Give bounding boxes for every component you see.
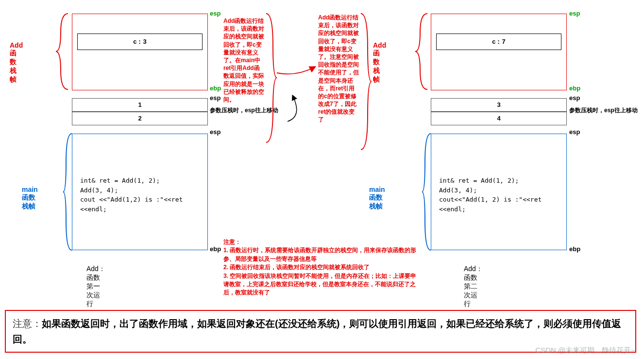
- right-ebp-label-add: ebp: [569, 85, 580, 92]
- left-esp-main: esp: [210, 128, 220, 136]
- left-ebp-main: ebp: [210, 245, 221, 253]
- note-2: 2. 函数运行结束后，该函数对应的栈空间就被系统回收了: [223, 263, 418, 272]
- left-add-frame-box: c：3: [72, 14, 208, 90]
- left-param-1: 1: [72, 98, 208, 112]
- note-3: 3. 空间被回收指该块栈空间暂时不能使用，但是内存还在；比如：上课要申请教室，上…: [223, 272, 418, 297]
- right-code-3: cout<<"Add(1, 2) is :"<<ret <<endl;: [439, 195, 559, 214]
- left-esp-label-top: esp: [210, 10, 220, 17]
- right-ebp-main: ebp: [569, 245, 580, 253]
- right-code-block: int& ret = Add(1, 2); Add(3, 4); cout<<"…: [434, 173, 563, 217]
- left-code-2: Add(3, 4);: [80, 186, 200, 195]
- right-code-1: int& ret = Add(1, 2);: [439, 176, 559, 186]
- left-main-frame-label: main函数栈帧: [22, 186, 38, 211]
- right-param-2: 4: [431, 112, 567, 125]
- final-prefix: 注意：: [13, 318, 42, 329]
- right-main-frame-label: main函数栈帧: [369, 186, 385, 211]
- brace-icon: [56, 14, 70, 89]
- watermark: CSDN @未来可期，静待花开~: [535, 346, 635, 355]
- right-esp-main: esp: [569, 128, 580, 136]
- left-code-block: int& ret = Add(1, 2); Add(3, 4); cout <<…: [75, 173, 204, 217]
- right-main-frame-box: int& ret = Add(1, 2); Add(3, 4); cout<<"…: [431, 134, 567, 250]
- left-param-2: 2: [72, 112, 208, 125]
- right-add-cell-c: c：7: [436, 34, 561, 50]
- right-push-note: 参数压栈时，esp往上移动: [569, 106, 638, 115]
- left-main-frame-box: int& ret = Add(1, 2); Add(3, 4); cout <<…: [72, 134, 208, 250]
- left-esp-params: esp: [210, 94, 220, 102]
- notes-block: 注意： 1. 函数运行时，系统需要给该函数开辟独立的栈空间，用来保存该函数的形参…: [223, 238, 418, 297]
- brace-icon: [63, 134, 73, 250]
- arrow-up-icon: [288, 95, 307, 124]
- left-code-1: int& ret = Add(1, 2);: [80, 176, 200, 186]
- right-esp-params: esp: [569, 94, 580, 102]
- left-add-cell-c: c：3: [77, 34, 203, 50]
- right-code-2: Add(3, 4);: [439, 186, 559, 195]
- center-explain-2: Add函数运行结束后，该函数对应的栈空间就被回收了，即c变量就没有意义了。注意空…: [318, 14, 360, 124]
- brace-icon: [266, 14, 277, 142]
- note-1: 1. 函数运行时，系统需要给该函数开辟独立的栈空间，用来保存该函数的形参、局部变…: [223, 246, 418, 263]
- center-explain-1: Add函数运行结束后，该函数对应的栈空间就被回收了，即c变量就没有意义了。在ma…: [223, 17, 265, 103]
- right-esp-label-top: esp: [569, 10, 580, 17]
- notes-heading: 注意：: [223, 238, 418, 246]
- left-ebp-label-add: ebp: [210, 85, 221, 92]
- brace-icon: [422, 134, 432, 250]
- left-caption: Add：函数第一次运行: [86, 265, 105, 308]
- brace-icon: [361, 14, 372, 150]
- right-param-1: 3: [431, 98, 567, 112]
- left-add-frame-label: Add函数栈帧: [10, 41, 23, 84]
- right-add-frame-box: c：7: [431, 14, 567, 90]
- final-body: 如果函数返回时，出了函数作用域，如果返回对象还在(还没还给系统)，则可以使用引用…: [13, 318, 621, 344]
- right-add-frame-label: Add函数栈帧: [373, 41, 386, 84]
- left-code-3: cout <<"Add(1,2) is :"<<ret <<endl;: [80, 195, 200, 214]
- right-caption: Add：函数第二次运行: [464, 265, 483, 308]
- brace-icon: [415, 14, 430, 89]
- arrow-right-icon: [277, 63, 317, 78]
